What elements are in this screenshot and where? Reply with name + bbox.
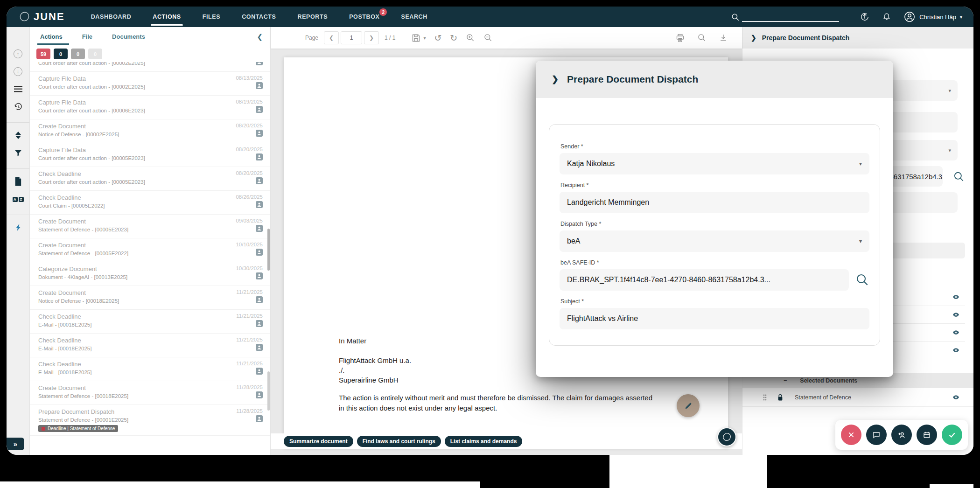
ai-assistant-button[interactable] [717, 427, 736, 446]
translate-icon[interactable]: AZ [13, 194, 23, 204]
menu-lines-icon[interactable] [13, 84, 23, 94]
field-input[interactable]: Katja Nikolaus ▾ [560, 153, 869, 174]
search-input[interactable] [742, 12, 839, 22]
actions-panel: Actions File Documents ❮ 59 0 [30, 27, 271, 455]
field-input[interactable]: beA ▾ [560, 230, 869, 252]
drag-handle-icon[interactable] [763, 394, 767, 401]
nav-item[interactable]: REPORTS [298, 7, 328, 27]
eye-icon[interactable] [952, 311, 959, 318]
notifications-bell-icon[interactable] [882, 12, 891, 21]
history-icon[interactable] [13, 102, 23, 112]
schedule-button[interactable] [917, 425, 937, 445]
action-list-item[interactable]: Create Document Statement of Defence - [… [30, 215, 270, 238]
panel-tab[interactable]: Actions [40, 33, 63, 42]
june-logo[interactable]: JUNE [19, 11, 65, 23]
zoom-in-icon[interactable] [466, 33, 475, 42]
ai-suggestion-chip[interactable]: List claims and demands [445, 436, 523, 447]
action-list-item[interactable]: Create Document Statement of Defence - [… [30, 381, 270, 405]
panel-chevron-icon[interactable]: ❯ [751, 34, 756, 42]
user-menu[interactable]: Christian Häp ▾ [903, 11, 962, 23]
count-chip[interactable]: 0 [54, 49, 68, 59]
action-list-item[interactable]: Capture File Data Court order after cour… [30, 72, 270, 96]
save-caret-icon[interactable]: ▾ [423, 35, 426, 41]
zoom-out-icon[interactable] [483, 33, 493, 42]
chevron-down-icon[interactable]: ▾ [859, 160, 862, 167]
save-icon[interactable]: ▾ [411, 33, 426, 43]
ai-suggestion-chip[interactable]: Find laws and court rulings [357, 436, 441, 447]
scroll-down-icon[interactable]: ↓ [13, 66, 23, 77]
action-list-item[interactable]: Create Document Notice of Defense - [000… [30, 119, 270, 143]
list-scrollbar-thumb[interactable] [267, 371, 270, 411]
chevron-down-icon[interactable]: ▾ [859, 238, 862, 244]
download-icon[interactable] [719, 33, 728, 42]
action-list-item[interactable]: Check Deadline Court order after court a… [30, 62, 270, 72]
expand-rail-button[interactable]: » [7, 438, 24, 450]
modal-chevron-icon[interactable]: ❯ [552, 74, 559, 84]
count-chip[interactable]: 59 [36, 49, 50, 59]
ai-suggestion-chip[interactable]: Summarize document [284, 436, 353, 447]
collapse-section-icon[interactable]: − [784, 377, 787, 384]
comment-button[interactable] [866, 425, 887, 445]
eye-icon[interactable] [952, 394, 959, 401]
nav-item[interactable]: POSTBOX 2 [349, 7, 379, 27]
assignee-icon [256, 225, 263, 232]
upload-icon[interactable] [860, 12, 870, 22]
cancel-button[interactable] [841, 425, 861, 445]
nav-item[interactable]: SEARCH [401, 7, 427, 27]
search-icon[interactable] [731, 13, 740, 22]
rotate-left-icon[interactable]: ↺ [434, 34, 441, 42]
action-list-item[interactable]: Check Deadline Court Claim - [00005E2022… [30, 191, 270, 215]
nav-item[interactable]: FILES [203, 7, 220, 27]
eye-icon[interactable] [952, 293, 959, 300]
print-icon[interactable] [675, 33, 685, 43]
action-list-item[interactable]: Check Deadline E-Mail - [00018E2025] 11/… [30, 334, 270, 357]
assignee-icon [256, 177, 263, 184]
panel-tab[interactable]: Documents [112, 33, 145, 42]
eye-icon[interactable] [952, 329, 959, 336]
action-list-item[interactable]: Check Deadline Court order after court a… [30, 167, 270, 191]
logo-text: JUNE [34, 11, 65, 23]
action-list-item[interactable]: Check Deadline E-Mail - [00018E2025] 11/… [30, 357, 270, 381]
panel-tab[interactable]: File [82, 33, 92, 42]
eye-icon[interactable] [952, 347, 959, 354]
rotate-right-icon[interactable]: ↻ [450, 34, 457, 42]
safe-id-lookup-icon[interactable] [855, 273, 869, 287]
lightning-icon[interactable] [13, 223, 23, 233]
action-list-item[interactable]: Prepare Document Dispatch Statement of D… [30, 405, 270, 436]
count-chip[interactable]: 0 [71, 49, 85, 59]
edit-document-fab[interactable] [677, 394, 700, 417]
sort-icon[interactable] [13, 130, 23, 140]
safe-id-search-icon[interactable] [953, 171, 965, 183]
nav-item[interactable]: ACTIONS [153, 7, 181, 27]
action-subtitle: Court order after court action - [00005E… [38, 155, 145, 161]
assign-user-button[interactable] [891, 425, 912, 445]
next-page-button[interactable]: ❯ [364, 31, 379, 44]
list-scrollbar-thumb[interactable] [267, 229, 270, 271]
field-input[interactable]: FlightAttack vs Airline ▾ [560, 308, 869, 329]
count-chip[interactable]: 0 [88, 49, 102, 59]
action-list-item[interactable]: Create Document Statement of Defence - [… [30, 238, 270, 262]
nav-item[interactable]: DASHBOARD [91, 7, 132, 27]
action-list-item[interactable]: Check Deadline E-Mail - [00018E2025] 11/… [30, 310, 270, 334]
page-number-input[interactable]: 1 [341, 31, 362, 44]
collapse-panel-icon[interactable]: ❮ [257, 33, 263, 42]
confirm-button[interactable] [942, 425, 962, 445]
action-list-item[interactable]: Categorize Document Dokument - 4KlageAI … [30, 262, 270, 286]
filter-icon[interactable] [13, 148, 23, 158]
prev-page-button[interactable]: ❮ [324, 31, 339, 44]
action-subtitle: Court order after court action - [00002E… [38, 84, 145, 90]
avatar-icon [903, 11, 916, 23]
action-list-item[interactable]: Capture File Data Court order after cour… [30, 96, 270, 119]
selected-document-row[interactable]: Statement of Defence [742, 388, 973, 407]
global-search[interactable] [731, 12, 839, 22]
action-list-item[interactable]: Create Document Notice of Defense - [000… [30, 286, 270, 310]
document-icon[interactable] [13, 176, 23, 187]
modal-header: ❯ Prepare Document Dispatch [536, 61, 893, 98]
action-list-item[interactable]: Capture File Data Court order after cour… [30, 143, 270, 167]
field-input[interactable]: Landgericht Memmingen ▾ [560, 192, 869, 213]
field-input[interactable]: DE.BRAK_SPT.1f4f14c8-7ee1-4270-8460-8631… [560, 269, 849, 291]
search-document-icon[interactable] [697, 33, 707, 42]
scroll-up-icon[interactable]: ↑ [13, 49, 23, 59]
action-title: Check Deadline [38, 337, 91, 344]
nav-item[interactable]: CONTACTS [242, 7, 276, 27]
